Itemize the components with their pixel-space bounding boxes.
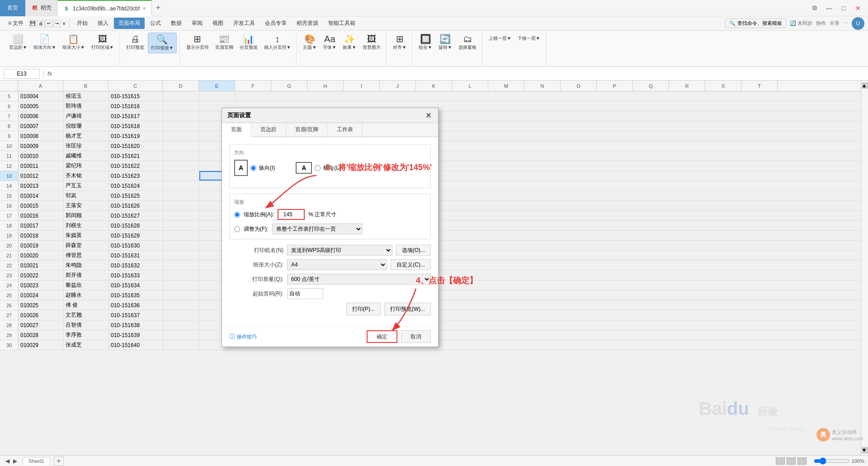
dialog-tab-page[interactable]: 页面 [222, 123, 251, 137]
home-tab[interactable]: 首页 [0, 0, 25, 16]
tab-close[interactable]: ✕ [142, 6, 146, 11]
pagebreak-view-btn[interactable] [787, 457, 796, 465]
sheet-tab-1[interactable]: Sheet1 [23, 457, 50, 465]
start-page-input[interactable] [287, 288, 323, 299]
menu-daoke[interactable]: 稻壳资源 [292, 18, 323, 29]
scale-input[interactable] [278, 209, 305, 220]
scroll-right-sheet[interactable]: ▶ [11, 457, 19, 465]
scale-radio[interactable] [234, 212, 240, 218]
dialog-tab-header[interactable]: 页眉/页脚 [286, 123, 328, 137]
quality-row: 打印质量(Q): 600 点/英寸 [229, 274, 431, 285]
ribbon-send-backward[interactable]: 下移一层▼ [515, 33, 543, 43]
ribbon-select-pane[interactable]: 🗂 选择窗格 [456, 33, 479, 52]
confirm-button[interactable]: 确定 [367, 330, 397, 343]
ribbon-header-footer[interactable]: 📰 页眉页脚 [212, 33, 236, 52]
user-avatar[interactable]: U [852, 17, 864, 30]
ribbon-margins[interactable]: ⬜ 页边距▼ [6, 33, 30, 52]
menu-file[interactable]: ≡ 文件 [4, 18, 28, 29]
portrait-radio-item[interactable]: A 纵向(I) [234, 160, 275, 176]
xls-tab[interactable]: S 1c34c09bd9b...ae7fdd20cbf ✕ [57, 0, 152, 16]
ribbon-bring-forward[interactable]: 上移一层▼ [486, 33, 514, 43]
fx-icon: fx [47, 70, 52, 77]
zoom-control: 100% [814, 457, 864, 465]
minimize-btn[interactable]: — [823, 2, 835, 14]
page-view-btn[interactable] [797, 457, 807, 465]
bring-forward-label: 上移一层▼ [489, 35, 511, 42]
ribbon-align[interactable]: ⊞ 对齐▼ [390, 33, 409, 52]
ribbon-background[interactable]: 🖼 背景图片 [360, 33, 383, 52]
menu-page-layout[interactable]: 页面布局 [114, 18, 145, 29]
ribbon-show-pagebreak[interactable]: ⊞ 显示分页符 [184, 33, 212, 52]
help-link[interactable]: ⓘ 操作技巧 [229, 333, 257, 341]
quick-save[interactable]: 💾 [29, 20, 36, 27]
dropdown-arrow[interactable]: ∨ [61, 20, 66, 27]
theme-icon: 🎨 [304, 34, 316, 43]
ribbon-group-obj[interactable]: 🔲 组合▼ [416, 33, 435, 52]
print-button[interactable]: 打印(P)... [346, 303, 381, 315]
normal-view-btn[interactable] [776, 457, 785, 465]
select-pane-label: 选择窗格 [458, 44, 476, 51]
page-preview-label: 分页预览 [240, 44, 258, 51]
ribbon-print-area[interactable]: 🖼 打印区域▼ [89, 33, 117, 52]
sync-status[interactable]: 🔄 未同步 [790, 20, 812, 27]
adjust-select[interactable]: 将整个工作表打印在一页 [272, 223, 363, 234]
ribbon-print-scale[interactable]: 🔍 打印缩放▼ [148, 33, 177, 53]
search-bar[interactable]: 🔍 查找命令、搜索模板 [725, 19, 786, 28]
menu-view[interactable]: 视图 [208, 18, 228, 29]
menu-start[interactable]: 开始 [72, 18, 92, 29]
quality-select[interactable]: 600 点/英寸 [287, 274, 431, 285]
printer-options-button[interactable]: 选项(O)... [396, 245, 431, 256]
ribbon-effects[interactable]: ✨ 效果▼ [340, 33, 359, 52]
rotate-label: 旋转▼ [439, 44, 452, 51]
menu-smart[interactable]: 智能工具箱 [324, 18, 360, 29]
menu-review[interactable]: 审阅 [187, 18, 207, 29]
direction-section: 方向 A 纵向(I) A [229, 144, 431, 188]
dialog-close-button[interactable]: ✕ [424, 111, 433, 120]
scroll-left-sheet[interactable]: ◀ [4, 457, 11, 465]
collaborate-btn[interactable]: 协作 [816, 20, 826, 27]
ribbon-page-preview[interactable]: 📊 分页预览 [237, 33, 260, 52]
cell-reference[interactable] [4, 69, 40, 79]
new-tab-button[interactable]: + [152, 2, 165, 14]
ribbon-rotate[interactable]: 🔄 旋转▼ [436, 33, 455, 52]
formula-input[interactable] [56, 69, 864, 79]
ribbon-theme[interactable]: 🎨 主题▼ [300, 33, 319, 52]
menu-formula[interactable]: 公式 [146, 18, 165, 29]
header-footer-label: 页眉页脚 [215, 44, 233, 51]
menu-member[interactable]: 会员专享 [260, 18, 291, 29]
zoom-slider[interactable] [814, 457, 850, 465]
cancel-button[interactable]: 取消 [401, 330, 431, 343]
print-preview-button[interactable]: 打印预览(W)... [384, 303, 431, 315]
adjust-radio[interactable] [234, 226, 240, 232]
quick-redo[interactable]: ↩ [45, 20, 52, 27]
ribbon-print-preview[interactable]: 🖨 打印预览 [123, 33, 147, 52]
dialog-tab-margins[interactable]: 页边距 [251, 123, 286, 137]
close-btn[interactable]: ✕ [852, 2, 864, 14]
ribbon-paper-size[interactable]: 📋 纸张大小▼ [60, 33, 88, 52]
dialog-tabs: 页面 页边距 页眉/页脚 工作表 [222, 123, 438, 137]
wps-tab[interactable]: 稻 稻壳 [25, 0, 57, 16]
paper-select[interactable]: A4 [287, 259, 387, 270]
restore-btn[interactable]: ⧉ [808, 2, 821, 14]
portrait-radio[interactable] [250, 165, 256, 171]
dialog-tab-sheet[interactable]: 工作表 [328, 123, 363, 137]
more-btn[interactable]: ⋯ [843, 20, 848, 26]
ribbon-insert-pagebreak[interactable]: ↕ 插入分页符▼ [261, 33, 294, 52]
menu-data[interactable]: 数据 [166, 18, 186, 29]
ribbon-orientation[interactable]: 📄 纸张方向▼ [31, 33, 59, 52]
paper-custom-button[interactable]: 自定义(C)... [391, 259, 431, 270]
landscape-radio-item[interactable]: A 横向(L) [296, 162, 341, 174]
quick-print[interactable]: 🖨 [37, 20, 44, 27]
menu-insert[interactable]: 插入 [93, 18, 113, 29]
maximize-btn[interactable]: □ [837, 2, 850, 14]
menu-developer[interactable]: 开发工具 [229, 18, 259, 29]
send-backward-label: 下移一层▼ [518, 35, 540, 42]
add-sheet-button[interactable]: + [54, 456, 64, 466]
dialog-title-bar: 页面设置 ✕ [222, 108, 438, 123]
landscape-radio[interactable] [315, 165, 321, 171]
share-btn[interactable]: 分享 [830, 20, 840, 27]
printer-select[interactable]: 发送到WPS高级打印 [287, 245, 392, 256]
ribbon-font[interactable]: Aa 字体▼ [320, 33, 339, 52]
quick-undo[interactable]: ↪ [53, 20, 61, 27]
ribbon-group-theme-items: 🎨 主题▼ Aa 字体▼ ✨ 效果▼ 🖼 背景图片 [300, 33, 383, 65]
